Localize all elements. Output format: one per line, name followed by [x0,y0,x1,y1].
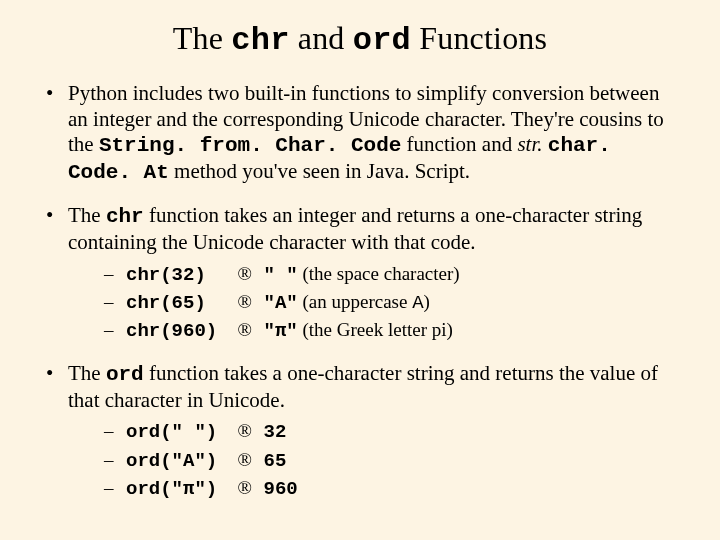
ord-examples: ord(" ") ® 32 ord("A") ® 65 ord("π") ® 9… [104,419,680,501]
out-t2: ) [424,291,430,312]
b3-t2: function takes a one-character string an… [68,361,658,412]
b3-t1: The [68,361,106,385]
code: chr(65) [126,292,226,315]
b2-t2: function takes an integer and returns a … [68,203,642,254]
list-item: ord(" ") ® 32 [104,419,680,444]
title-mid: and [290,20,353,56]
output: 960 [264,478,298,501]
arrow-icon: ® [231,262,259,285]
output: " " (the space character) [264,262,460,287]
b2-t1: The [68,203,106,227]
slide-title: The chr and ord Functions [40,20,680,59]
list-item: ord("π") ® 960 [104,476,680,501]
out-q: "A" [264,292,298,314]
code: chr(32) [126,264,226,287]
title-code-ord: ord [353,22,411,59]
title-post: Functions [411,20,547,56]
output: 32 [264,421,287,444]
b2-c1: chr [106,205,144,228]
b3-c1: ord [106,363,144,386]
output: "A" (an uppercase A) [264,290,430,315]
out-q: "π" [264,320,298,342]
bullet-list: Python includes two built-in functions t… [40,81,680,501]
arrow-icon: ® [231,419,259,442]
arrow-icon: ® [231,448,259,471]
bullet-intro: Python includes two built-in functions t… [40,81,680,185]
list-item: ord("A") ® 65 [104,448,680,473]
out-t: (an uppercase [298,291,412,312]
arrow-icon: ® [231,476,259,499]
out-c: A [412,292,423,314]
code: ord("A") [126,450,226,473]
chr-examples: chr(32) ® " " (the space character) chr(… [104,262,680,344]
bullet-ord: The ord function takes a one-character s… [40,361,680,501]
title-pre: The [173,20,232,56]
output: 65 [264,450,287,473]
b1-c1: String. from. Char. Code [99,134,401,157]
list-item: chr(32) ® " " (the space character) [104,262,680,287]
out-t: (the Greek letter pi) [298,319,453,340]
list-item: chr(960) ® "π" (the Greek letter pi) [104,318,680,343]
output: "π" (the Greek letter pi) [264,318,453,343]
out-t: (the space character) [298,263,460,284]
arrow-icon: ® [231,318,259,341]
slide: The chr and ord Functions Python include… [0,0,720,540]
code: ord("π") [126,478,226,501]
bullet-chr: The chr function takes an integer and re… [40,203,680,343]
arrow-icon: ® [231,290,259,313]
code: chr(960) [126,320,226,343]
code: ord(" ") [126,421,226,444]
list-item: chr(65) ® "A" (an uppercase A) [104,290,680,315]
title-code-chr: chr [231,22,289,59]
b1-i1: str. [517,132,547,156]
b1-t2: function and [401,132,517,156]
out-q: " " [264,264,298,286]
b1-t3: method you've seen in Java. Script. [169,159,470,183]
